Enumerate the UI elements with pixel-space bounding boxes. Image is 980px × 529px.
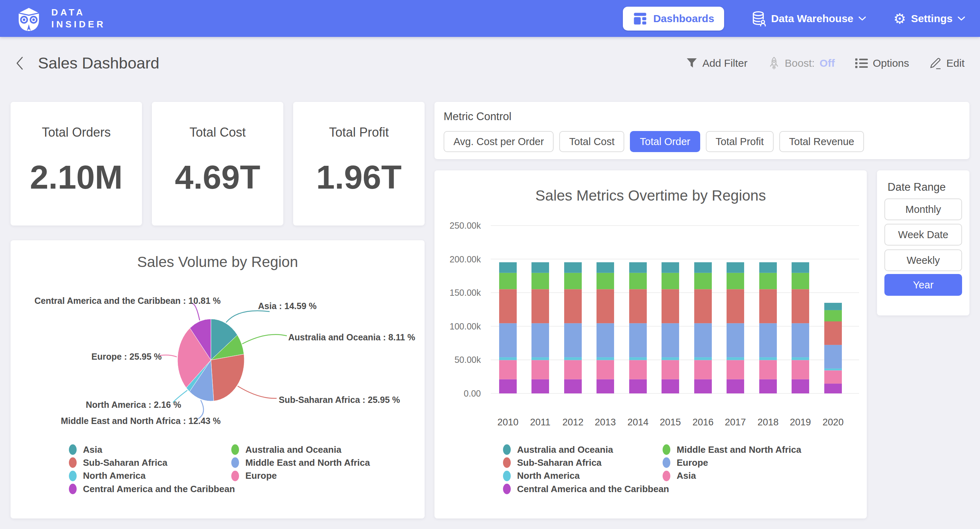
add-filter-button[interactable]: Add Filter (686, 57, 747, 69)
back-button[interactable] (16, 56, 24, 70)
bar-segment[interactable] (759, 262, 777, 273)
legend-item[interactable]: Sub-Saharan Africa (69, 458, 167, 468)
bar-segment[interactable] (792, 360, 809, 380)
bar-segment[interactable] (531, 262, 549, 273)
bar-segment[interactable] (694, 360, 712, 380)
bar-segment[interactable] (824, 321, 842, 345)
bar-segment[interactable] (694, 357, 712, 360)
bar-segment[interactable] (694, 289, 712, 323)
bar-segment[interactable] (597, 262, 614, 273)
date-range-option[interactable]: Weekly (885, 249, 962, 271)
bar-segment[interactable] (629, 380, 647, 393)
bar-segment[interactable] (531, 273, 549, 289)
bar-segment[interactable] (597, 273, 614, 289)
bar-segment[interactable] (824, 345, 842, 369)
bar-segment[interactable] (564, 357, 582, 360)
metric-option[interactable]: Total Order (630, 131, 700, 152)
bar-segment[interactable] (792, 380, 809, 393)
bar-segment[interactable] (792, 357, 809, 360)
bar-segment[interactable] (629, 360, 647, 380)
bar-segment[interactable] (499, 357, 517, 360)
bar-segment[interactable] (727, 357, 744, 360)
legend-item[interactable]: Europe (663, 458, 708, 468)
bar-segment[interactable] (597, 357, 614, 360)
bar-segment[interactable] (564, 262, 582, 273)
bar-segment[interactable] (694, 273, 712, 289)
legend-item[interactable]: Asia (663, 471, 696, 481)
pie-slice[interactable] (211, 354, 244, 401)
date-range-option[interactable]: Year (885, 274, 962, 296)
options-button[interactable]: Options (855, 57, 909, 69)
bar-segment[interactable] (629, 289, 647, 323)
bar-segment[interactable] (694, 323, 712, 357)
legend-item[interactable]: Europe (231, 471, 277, 481)
bar-segment[interactable] (824, 303, 842, 310)
metric-option[interactable]: Total Revenue (779, 131, 864, 152)
bar-segment[interactable] (629, 323, 647, 357)
bar-segment[interactable] (499, 273, 517, 289)
bar-segment[interactable] (499, 380, 517, 393)
bar-segment[interactable] (564, 323, 582, 357)
bar-segment[interactable] (597, 323, 614, 357)
bar-segment[interactable] (564, 273, 582, 289)
bar-segment[interactable] (824, 384, 842, 393)
bar-segment[interactable] (662, 357, 679, 360)
legend-item[interactable]: Australia and Oceania (231, 444, 341, 455)
brand-logo[interactable]: DATA INSIDER (15, 5, 105, 33)
bar-segment[interactable] (629, 262, 647, 273)
bar-segment[interactable] (792, 262, 809, 273)
nav-item-settings[interactable]: ⚙ Settings (894, 11, 965, 25)
bar-segment[interactable] (727, 360, 744, 380)
bar-segment[interactable] (564, 360, 582, 380)
bar-segment[interactable] (727, 323, 744, 357)
date-range-option[interactable]: Monthly (885, 199, 962, 220)
bar-segment[interactable] (694, 380, 712, 393)
legend-item[interactable]: North America (69, 471, 146, 481)
bar-segment[interactable] (694, 262, 712, 273)
metric-option[interactable]: Avg. Cost per Order (444, 131, 554, 152)
legend-item[interactable]: Australia and Oceania (503, 444, 613, 455)
legend-item[interactable]: Central America and the Caribbean (69, 484, 235, 494)
bar-segment[interactable] (759, 273, 777, 289)
nav-item-dashboards[interactable]: Dashboards (623, 7, 724, 30)
bar-segment[interactable] (499, 289, 517, 323)
bar-segment[interactable] (759, 360, 777, 380)
bar-segment[interactable] (792, 323, 809, 357)
bar-segment[interactable] (662, 273, 679, 289)
bar-segment[interactable] (564, 289, 582, 323)
legend-item[interactable]: Middle East and North Africa (231, 458, 370, 468)
bar-segment[interactable] (629, 273, 647, 289)
bar-segment[interactable] (531, 323, 549, 357)
bar-segment[interactable] (727, 262, 744, 273)
metric-option[interactable]: Total Profit (706, 131, 774, 152)
legend-item[interactable]: Sub-Saharan Africa (503, 458, 601, 468)
bar-segment[interactable] (662, 360, 679, 380)
bar-segment[interactable] (597, 289, 614, 323)
legend-item[interactable]: Middle East and North Africa (663, 444, 801, 455)
bar-segment[interactable] (531, 289, 549, 323)
bar-segment[interactable] (727, 289, 744, 323)
bar-segment[interactable] (727, 273, 744, 289)
nav-item-data-warehouse[interactable]: Data Warehouse (751, 11, 866, 27)
bar-segment[interactable] (759, 289, 777, 323)
bar-segment[interactable] (759, 380, 777, 393)
legend-item[interactable]: North America (503, 471, 580, 481)
bar-segment[interactable] (499, 323, 517, 357)
bar-segment[interactable] (662, 380, 679, 393)
legend-item[interactable]: Asia (69, 444, 102, 455)
bar-segment[interactable] (759, 323, 777, 357)
bar-segment[interactable] (499, 360, 517, 380)
bar-segment[interactable] (597, 360, 614, 380)
bar-segment[interactable] (824, 310, 842, 321)
bar-segment[interactable] (597, 380, 614, 393)
bar-segment[interactable] (662, 323, 679, 357)
bar-segment[interactable] (629, 357, 647, 360)
metric-option[interactable]: Total Cost (559, 131, 624, 152)
bar-segment[interactable] (531, 357, 549, 360)
bar-segment[interactable] (759, 357, 777, 360)
edit-button[interactable]: Edit (929, 57, 964, 70)
date-range-option[interactable]: Week Date (885, 224, 962, 246)
bar-segment[interactable] (727, 380, 744, 393)
bar-segment[interactable] (662, 289, 679, 323)
bar-segment[interactable] (531, 360, 549, 380)
